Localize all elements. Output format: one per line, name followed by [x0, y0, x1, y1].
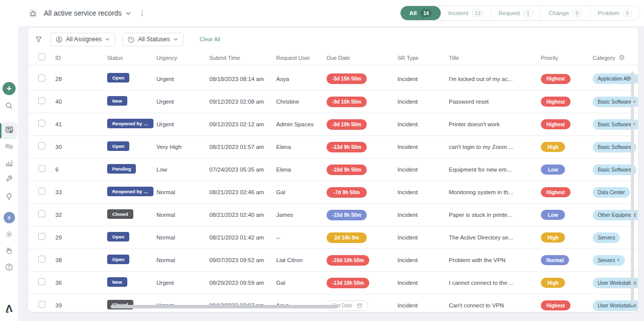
- due-date-pill[interactable]: -5d 15h 50m: [327, 73, 367, 84]
- row-checkbox-cell: [38, 210, 55, 219]
- priority-pill[interactable]: Normal: [541, 255, 569, 265]
- column-header-request-user[interactable]: Request User: [276, 55, 327, 61]
- table-row[interactable]: 38OpenNormal09/07/2023 09:52 amLiat Citr…: [28, 249, 638, 271]
- status-badge[interactable]: Open: [107, 141, 129, 151]
- status-badge[interactable]: New: [107, 96, 127, 106]
- row-checkbox[interactable]: [38, 165, 45, 172]
- create-new-button[interactable]: +: [0, 82, 18, 95]
- status-badge[interactable]: Open: [107, 73, 129, 83]
- category-pill[interactable]: Basic Software: [593, 142, 636, 152]
- column-header-sr-type[interactable]: SR Type: [397, 55, 449, 61]
- horizontal-scrollbar[interactable]: [111, 305, 338, 308]
- category-pill[interactable]: Basic Software: [593, 165, 636, 175]
- priority-pill[interactable]: High: [541, 232, 565, 243]
- priority-pill[interactable]: Low: [541, 210, 565, 220]
- row-checkbox[interactable]: [38, 278, 45, 285]
- due-date-pill[interactable]: -13d 10h 50m: [327, 278, 369, 288]
- filter-button[interactable]: [35, 36, 42, 43]
- status-badge[interactable]: Open: [107, 232, 129, 242]
- row-title: Paper is stuck in printe...: [449, 212, 541, 218]
- sidebar-item-profile[interactable]: 0: [0, 212, 18, 223]
- column-header-urgency[interactable]: Urgency: [156, 55, 209, 61]
- status-badge[interactable]: Reopened by End...: [107, 187, 153, 196]
- table-row[interactable]: 40NewUrgent09/12/2023 02:08 amChristine-…: [28, 90, 638, 113]
- sidebar-item-ideas[interactable]: [0, 193, 18, 201]
- row-checkbox[interactable]: [38, 97, 45, 104]
- priority-pill[interactable]: High: [541, 278, 565, 288]
- sidebar-item-service-records[interactable]: [0, 126, 18, 134]
- table-row[interactable]: 32ClosedNormal08/21/2023 02:40 amJames-1…: [28, 203, 638, 226]
- due-date-pill[interactable]: -15d 9h 50m: [327, 210, 367, 220]
- sidebar-item-search[interactable]: [0, 102, 18, 110]
- table-row[interactable]: 33Reopened by End...Normal08/21/2023 02:…: [28, 181, 638, 203]
- due-date-pill[interactable]: -7d 9h 50m: [327, 187, 367, 198]
- row-checkbox[interactable]: [38, 210, 45, 217]
- row-checkbox[interactable]: [38, 74, 45, 82]
- table-row[interactable]: 39ClosedUrgent09/12/2023 02:07 amAsyaSet…: [28, 294, 638, 312]
- table-row[interactable]: 28OpenUrgent08/18/2023 08:14 amAsya-5d 1…: [28, 67, 638, 90]
- row-checkbox[interactable]: [38, 120, 45, 127]
- tab-incident[interactable]: Incident13: [441, 6, 491, 20]
- priority-pill[interactable]: Low: [541, 165, 565, 175]
- due-date-pill[interactable]: -13d 9h 50m: [327, 142, 367, 152]
- column-header-title[interactable]: Title: [449, 55, 541, 61]
- sidebar-item-help[interactable]: [0, 263, 18, 271]
- due-date-pill[interactable]: -9d 10h 50m: [327, 119, 367, 130]
- assignees-filter-dropdown[interactable]: All Assignees: [50, 33, 115, 46]
- column-header-priority[interactable]: Priority: [541, 55, 593, 61]
- tab-change[interactable]: Change0: [540, 6, 590, 20]
- category-pill[interactable]: Data Center: [593, 187, 630, 198]
- status-badge[interactable]: New: [107, 277, 127, 287]
- home-button[interactable]: [28, 9, 38, 18]
- category-pill[interactable]: Servers: [593, 232, 620, 243]
- status-badge[interactable]: Pending: [107, 164, 136, 174]
- vertical-scrollbar[interactable]: [631, 71, 634, 305]
- table-row[interactable]: 41Reopened by End...Urgent09/12/2023 02:…: [28, 113, 638, 135]
- clear-all-filters-link[interactable]: Clear All: [200, 36, 220, 42]
- row-checkbox[interactable]: [38, 301, 45, 308]
- sidebar-item-settings[interactable]: [0, 230, 18, 238]
- category-pill[interactable]: Servers+: [593, 255, 625, 266]
- row-checkbox[interactable]: [38, 233, 45, 240]
- table-row[interactable]: 6PendingLow07/24/2023 05:35 amElena-10d …: [28, 158, 638, 181]
- status-badge[interactable]: Reopened by End...: [107, 119, 153, 128]
- brand-logo[interactable]: Λ: [0, 302, 18, 314]
- column-header-category[interactable]: Category: [593, 55, 638, 61]
- view-selector-caret[interactable]: [126, 12, 131, 15]
- row-checkbox[interactable]: [38, 142, 45, 149]
- view-menu-button[interactable]: ⋮: [139, 9, 146, 17]
- sidebar-item-gestures[interactable]: [0, 247, 18, 255]
- search-icon: [5, 102, 13, 110]
- priority-pill[interactable]: Highest: [541, 187, 571, 197]
- column-header-status[interactable]: Status: [107, 55, 156, 61]
- column-header-submit-time[interactable]: Submit Time: [209, 55, 276, 61]
- row-checkbox[interactable]: [38, 188, 45, 195]
- sidebar-item-assets[interactable]: [0, 142, 18, 150]
- sidebar-item-analytics[interactable]: [0, 158, 18, 167]
- due-date-pill[interactable]: -10d 10h 50m: [327, 255, 369, 266]
- due-date-pill[interactable]: 2d 14h 9m: [327, 232, 367, 243]
- priority-pill[interactable]: High: [541, 142, 565, 152]
- priority-pill[interactable]: Highest: [541, 119, 571, 129]
- home-icon: [30, 11, 36, 16]
- priority-pill[interactable]: Highest: [541, 97, 571, 107]
- sidebar-item-tools[interactable]: [0, 175, 18, 183]
- table-row[interactable]: 30OpenVery High08/21/2023 01:57 amElena-…: [28, 135, 638, 158]
- table-row[interactable]: 36NewUrgent08/29/2023 09:59 amGal-13d 10…: [28, 271, 638, 294]
- due-date-pill[interactable]: -9d 10h 50m: [327, 97, 367, 107]
- status-badge[interactable]: Open: [107, 255, 129, 264]
- column-settings-gear-icon[interactable]: ⚙: [618, 53, 625, 61]
- row-checkbox[interactable]: [38, 256, 45, 263]
- statuses-filter-dropdown[interactable]: All Statuses: [122, 33, 183, 46]
- table-row[interactable]: 29OpenNormal08/21/2023 01:42 am--2d 14h …: [28, 226, 638, 249]
- column-header-due-date[interactable]: Due Date: [327, 55, 397, 61]
- tab-problem[interactable]: Problem0: [590, 6, 639, 20]
- tab-all[interactable]: All14: [400, 6, 441, 20]
- status-badge[interactable]: Closed: [107, 209, 133, 219]
- select-all-checkbox[interactable]: [38, 53, 45, 60]
- tab-request[interactable]: Request1: [491, 6, 540, 20]
- priority-pill[interactable]: Highest: [541, 74, 571, 84]
- due-date-pill[interactable]: -10d 9h 50m: [327, 165, 367, 175]
- priority-pill[interactable]: Highest: [541, 300, 571, 310]
- column-header-id[interactable]: ID: [55, 55, 107, 61]
